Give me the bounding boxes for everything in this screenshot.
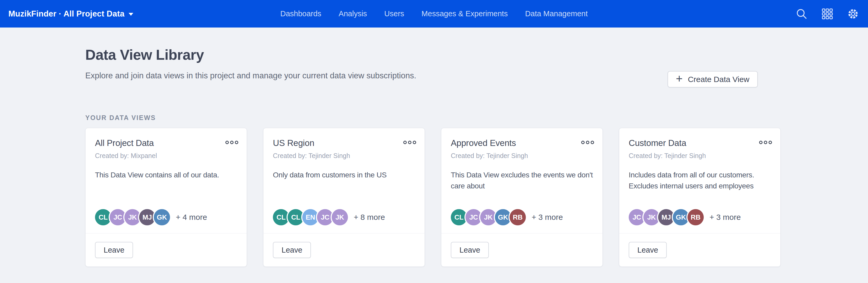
card-created-by: Created by: Tejinder Singh bbox=[273, 152, 418, 160]
more-members-label: + 8 more bbox=[354, 213, 385, 222]
leave-button[interactable]: Leave bbox=[273, 242, 311, 258]
card-title: Customer Data bbox=[629, 138, 686, 148]
nav-item-analysis[interactable]: Analysis bbox=[339, 9, 367, 18]
card-title: US Region bbox=[273, 138, 314, 148]
data-view-card: US Region Created by: Tejinder Singh Onl… bbox=[263, 128, 425, 267]
avatar: JK bbox=[480, 209, 496, 225]
card-overflow-menu-icon[interactable] bbox=[581, 141, 596, 144]
more-members-label: + 4 more bbox=[176, 213, 207, 222]
avatar: RB bbox=[509, 209, 526, 225]
avatar-row: JCJKMJGKRB + 3 more bbox=[629, 209, 774, 225]
avatar: JK bbox=[643, 209, 660, 225]
settings-gear-icon[interactable] bbox=[847, 8, 859, 20]
card-created-by: Created by: Tejinder Singh bbox=[451, 152, 596, 160]
page-body: Data View Library Explore and join data … bbox=[0, 28, 868, 283]
avatar: CL bbox=[273, 209, 289, 225]
avatar: CL bbox=[451, 209, 467, 225]
avatar: GK bbox=[154, 209, 170, 225]
section-label-your-data-views: YOUR DATA VIEWS bbox=[85, 114, 783, 121]
avatar: JK bbox=[332, 209, 348, 225]
data-view-card: All Project Data Created by: Mixpanel Th… bbox=[85, 128, 247, 267]
avatar: MJ bbox=[658, 209, 674, 225]
chevron-down-icon bbox=[129, 13, 133, 16]
card-title: All Project Data bbox=[95, 138, 154, 148]
avatar-row: CLCLENJCJK + 8 more bbox=[273, 209, 418, 225]
avatar: GK bbox=[673, 209, 689, 225]
create-data-view-label: Create Data View bbox=[688, 75, 749, 84]
avatar-row: CLJCJKMJGK + 4 more bbox=[95, 209, 240, 225]
create-data-view-button[interactable]: + Create Data View bbox=[668, 71, 758, 87]
card-overflow-menu-icon[interactable] bbox=[403, 141, 418, 144]
top-navigation-bar: MuzikFinder · All Project Data Dashboard… bbox=[0, 0, 868, 28]
leave-button[interactable]: Leave bbox=[629, 242, 667, 258]
search-icon[interactable] bbox=[796, 8, 808, 20]
card-overflow-menu-icon[interactable] bbox=[225, 141, 240, 144]
avatar: CL bbox=[95, 209, 111, 225]
main-nav: Dashboards Analysis Users Messages & Exp… bbox=[280, 0, 588, 28]
avatar: RB bbox=[687, 209, 704, 225]
page-title: Data View Library bbox=[85, 28, 783, 63]
nav-item-users[interactable]: Users bbox=[384, 9, 404, 18]
project-switcher-label: MuzikFinder · All Project Data bbox=[8, 9, 124, 19]
avatar: JC bbox=[465, 209, 482, 225]
avatar: JC bbox=[629, 209, 645, 225]
plus-icon: + bbox=[676, 73, 683, 84]
avatar-stack: CLCLENJCJK bbox=[273, 209, 348, 225]
leave-button[interactable]: Leave bbox=[95, 242, 133, 258]
card-overflow-menu-icon[interactable] bbox=[759, 141, 774, 144]
card-description: This Data View contains all of our data. bbox=[95, 170, 240, 181]
avatar-stack: JCJKMJGKRB bbox=[629, 209, 704, 225]
topbar-actions bbox=[796, 0, 859, 28]
avatar: CL bbox=[287, 209, 304, 225]
avatar: EN bbox=[302, 209, 318, 225]
project-switcher[interactable]: MuzikFinder · All Project Data bbox=[8, 0, 133, 28]
data-view-card-list: All Project Data Created by: Mixpanel Th… bbox=[85, 128, 783, 267]
nav-item-data-management[interactable]: Data Management bbox=[525, 9, 588, 18]
avatar-stack: CLJCJKMJGK bbox=[95, 209, 170, 225]
nav-item-dashboards[interactable]: Dashboards bbox=[280, 9, 321, 18]
card-description: This Data View excludes the events we do… bbox=[451, 170, 596, 191]
nav-item-messages-experiments[interactable]: Messages & Experiments bbox=[422, 9, 508, 18]
data-view-card: Customer Data Created by: Tejinder Singh… bbox=[619, 128, 781, 267]
avatar-row: CLJCJKGKRB + 3 more bbox=[451, 209, 596, 225]
card-created-by: Created by: Tejinder Singh bbox=[629, 152, 774, 160]
avatar: GK bbox=[495, 209, 511, 225]
apps-grid-icon[interactable] bbox=[821, 8, 833, 20]
avatar: MJ bbox=[139, 209, 155, 225]
card-title: Approved Events bbox=[451, 138, 516, 148]
avatar: JC bbox=[110, 209, 126, 225]
avatar: JC bbox=[317, 209, 333, 225]
avatar-stack: CLJCJKGKRB bbox=[451, 209, 526, 225]
leave-button[interactable]: Leave bbox=[451, 242, 489, 258]
card-created-by: Created by: Mixpanel bbox=[95, 152, 240, 160]
avatar: JK bbox=[124, 209, 141, 225]
data-view-card: Approved Events Created by: Tejinder Sin… bbox=[441, 128, 603, 267]
card-description: Only data from customers in the US bbox=[273, 170, 418, 181]
more-members-label: + 3 more bbox=[532, 213, 563, 222]
card-description: Includes data from all of our customers.… bbox=[629, 170, 774, 191]
more-members-label: + 3 more bbox=[710, 213, 741, 222]
